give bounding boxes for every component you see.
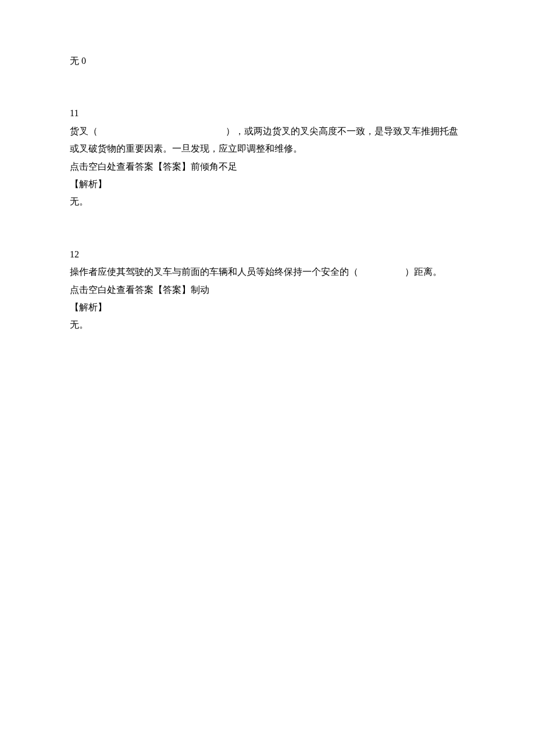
analysis-text: 无。	[70, 193, 465, 210]
analysis-label: 【解析】	[70, 299, 465, 316]
answer-text: 制动	[191, 285, 209, 295]
answer-line: 点击空白处查看答案【答案】制动	[70, 281, 465, 299]
question-number: 12	[70, 246, 465, 263]
answer-prefix: 点击空白处查看答案【答案】	[70, 285, 191, 295]
top-fragment-text: 无 0	[70, 56, 86, 66]
analysis-label: 【解析】	[70, 175, 465, 193]
question-text: 操作者应使其驾驶的叉车与前面的车辆和人员等始终保持一个安全的（）距离。	[70, 263, 465, 281]
question-number: 11	[70, 105, 465, 122]
question-text-before: 操作者应使其驾驶的叉车与前面的车辆和人员等始终保持一个安全的（	[70, 267, 358, 277]
answer-prefix: 点击空白处查看答案【答案】	[70, 162, 191, 171]
analysis-text: 无。	[70, 316, 465, 334]
answer-line: 点击空白处查看答案【答案】前倾角不足	[70, 158, 465, 175]
question-text-after: ），或两边货叉的叉尖高度不一致，是导致叉车推拥托盘或叉破货物的重要因素。一旦发现…	[70, 126, 458, 153]
question-11: 11 货叉（），或两边货叉的叉尖高度不一致，是导致叉车推拥托盘或叉破货物的重要因…	[70, 105, 465, 210]
top-fragment: 无 0	[70, 52, 465, 70]
question-text-before: 货叉（	[70, 126, 98, 136]
question-text: 货叉（），或两边货叉的叉尖高度不一致，是导致叉车推拥托盘或叉破货物的重要因素。一…	[70, 123, 465, 158]
question-12: 12 操作者应使其驾驶的叉车与前面的车辆和人员等始终保持一个安全的（）距离。 点…	[70, 246, 465, 334]
question-text-after: ）距离。	[405, 267, 442, 277]
answer-text: 前倾角不足	[191, 162, 237, 171]
